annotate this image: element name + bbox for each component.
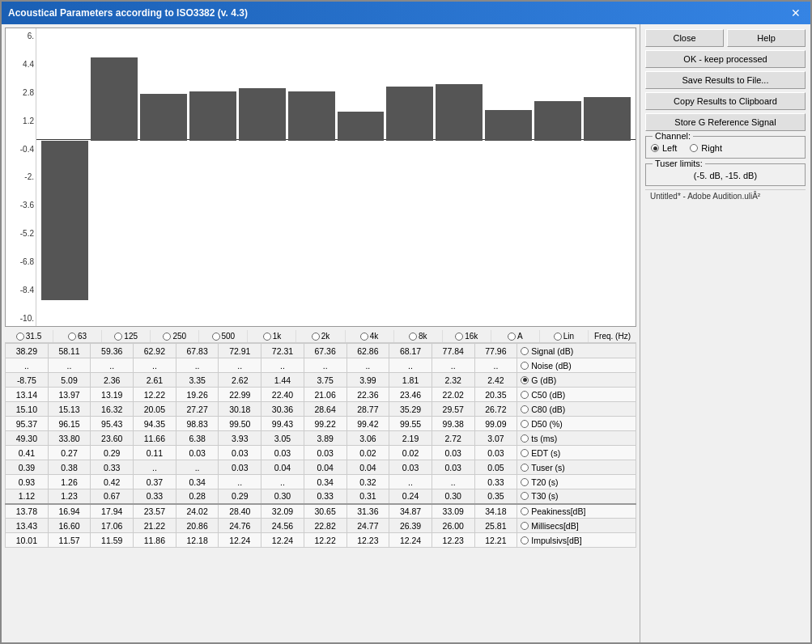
left-channel-text: Left: [662, 143, 677, 153]
table-cell: 58.11: [48, 344, 91, 358]
row-label[interactable]: D50 (%): [517, 417, 636, 431]
row-radio[interactable]: [521, 507, 529, 515]
row-label[interactable]: Noise (dB): [517, 358, 636, 373]
row-label[interactable]: EDT (s): [517, 446, 636, 460]
chart-bar: [288, 91, 335, 141]
freq-cell[interactable]: 63: [53, 330, 102, 342]
right-channel-label[interactable]: Right: [690, 143, 722, 153]
freq-cell[interactable]: 4k: [346, 330, 394, 342]
row-radio[interactable]: [521, 405, 529, 413]
row-label[interactable]: Peakiness[dB]: [517, 504, 636, 519]
row-label[interactable]: Millisecs[dB]: [517, 519, 636, 533]
row-radio[interactable]: [521, 478, 529, 486]
row-radio[interactable]: [521, 449, 529, 457]
freq-radio[interactable]: [263, 333, 271, 341]
row-label[interactable]: T30 (s): [517, 489, 636, 504]
title-bar: Acoustical Parameters according to ISO33…: [2, 2, 810, 24]
freq-cell[interactable]: 8k: [394, 330, 443, 342]
row-radio[interactable]: [521, 464, 529, 472]
row-label[interactable]: T20 (s): [517, 475, 636, 489]
row-label[interactable]: G (dB): [517, 373, 636, 388]
row-label[interactable]: ts (ms): [517, 431, 636, 446]
freq-label: 31.5: [26, 332, 41, 341]
table-cell: 0.93: [6, 475, 49, 489]
table-cell: 0.03: [176, 446, 219, 460]
freq-row: 31.5631252505001k2k4k8k16kALinFreq. (Hz): [5, 330, 636, 343]
freq-radio[interactable]: [163, 333, 171, 341]
freq-cell[interactable]: 31.5: [5, 330, 53, 342]
row-radio[interactable]: [521, 391, 529, 399]
ok-button[interactable]: OK - keep processed: [645, 50, 806, 68]
freq-radio[interactable]: [508, 333, 516, 341]
row-radio[interactable]: [521, 376, 529, 384]
row-radio[interactable]: [521, 522, 529, 530]
table-cell: 15.10: [6, 402, 49, 417]
freq-label: 2k: [321, 332, 330, 341]
close-button[interactable]: Close: [645, 29, 724, 47]
table-cell: 67.83: [176, 344, 219, 358]
freq-radio[interactable]: [16, 333, 24, 341]
freq-cell[interactable]: A: [491, 330, 540, 342]
table-row: 0.390.380.33....0.030.040.040.040.030.03…: [6, 460, 636, 475]
freq-label: 1k: [273, 332, 282, 341]
window-close-button[interactable]: ✕: [788, 5, 804, 21]
row-label[interactable]: C50 (dB): [517, 388, 636, 402]
table-cell: 2.62: [219, 373, 261, 388]
right-panel: Close Help OK - keep processed Save Resu…: [640, 24, 810, 642]
freq-radio[interactable]: [455, 333, 463, 341]
copy-button[interactable]: Copy Results to Clipboard: [645, 92, 806, 110]
table-cell: 21.06: [304, 388, 346, 402]
row-label[interactable]: Impulsivs[dB]: [517, 533, 636, 548]
table-cell: 1.81: [389, 373, 432, 388]
table-cell: 77.84: [432, 344, 474, 358]
table-cell: 34.87: [389, 504, 432, 519]
row-label-text: D50 (%): [531, 419, 563, 429]
freq-cell[interactable]: 16k: [443, 330, 491, 342]
status-bar: Untitled* - Adobe Audition.uliÂ²: [645, 189, 806, 202]
freq-cell[interactable]: 1k: [248, 330, 296, 342]
table-cell: ..: [91, 358, 134, 373]
y-axis-label: -8.4: [7, 286, 34, 294]
save-button[interactable]: Save Results to File...: [645, 71, 806, 89]
row-radio[interactable]: [521, 492, 529, 500]
row-radio[interactable]: [521, 347, 529, 355]
freq-cell[interactable]: 250: [151, 330, 199, 342]
freq-radio[interactable]: [554, 333, 562, 341]
freq-cell[interactable]: 125: [102, 330, 151, 342]
freq-radio[interactable]: [409, 333, 417, 341]
freq-radio[interactable]: [212, 333, 220, 341]
right-radio[interactable]: [690, 144, 698, 152]
row-radio[interactable]: [521, 434, 529, 443]
main-window: Acoustical Parameters according to ISO33…: [0, 0, 812, 644]
freq-radio[interactable]: [68, 333, 76, 341]
freq-cell[interactable]: 2k: [296, 330, 345, 342]
row-radio[interactable]: [521, 362, 529, 370]
row-label[interactable]: Tuser (s): [517, 460, 636, 475]
bar-container: [140, 32, 187, 323]
table-cell: 22.82: [304, 519, 346, 533]
row-radio[interactable]: [521, 536, 529, 544]
store-button[interactable]: Store G Reference Signal: [645, 113, 806, 131]
table-cell: 0.03: [219, 446, 261, 460]
table-cell: ..: [432, 358, 474, 373]
freq-radio[interactable]: [114, 333, 122, 341]
freq-cell[interactable]: 500: [199, 330, 248, 342]
table-cell: 24.02: [176, 504, 219, 519]
table-cell: 29.57: [432, 402, 474, 417]
data-table: 38.2958.1159.3662.9267.8372.9172.3167.36…: [5, 343, 636, 639]
y-axis-label: 1.2: [7, 117, 34, 125]
freq-cell[interactable]: Lin: [540, 330, 589, 342]
freq-label: 63: [78, 332, 87, 341]
row-label[interactable]: Signal (dB): [517, 344, 636, 358]
table-cell: 0.02: [346, 446, 389, 460]
left-radio[interactable]: [651, 144, 659, 152]
row-radio[interactable]: [521, 420, 529, 428]
row-label[interactable]: C80 (dB): [517, 402, 636, 417]
table-cell: 28.64: [304, 402, 346, 417]
freq-radio[interactable]: [360, 333, 368, 341]
left-channel-label[interactable]: Left: [651, 143, 677, 153]
freq-radio[interactable]: [312, 333, 320, 341]
help-button[interactable]: Help: [727, 29, 806, 47]
table-row: 0.931.260.420.370.34....0.340.32....0.33…: [6, 475, 636, 489]
freq-label: A: [517, 332, 523, 341]
